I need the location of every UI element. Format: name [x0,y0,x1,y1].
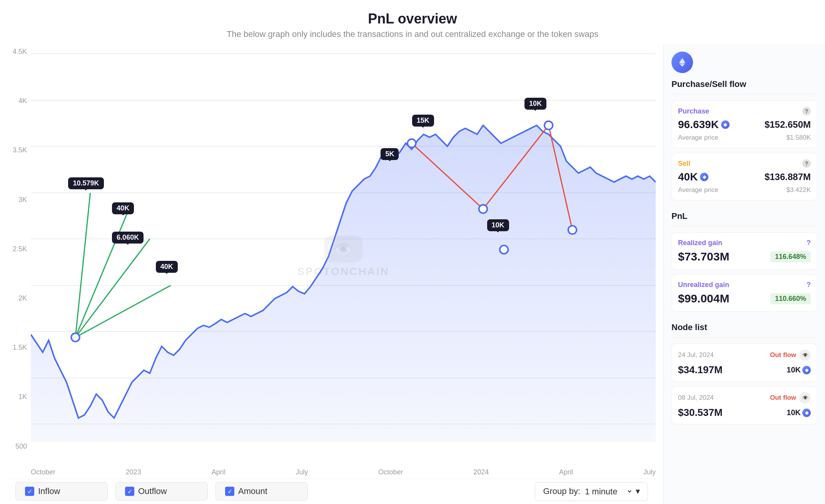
sell-avg-value: $3.422K [787,186,811,194]
sidebar: Purchase/Sell flow Purchase ? 96.639K ◆ … [663,44,825,504]
node-item-2-flow: Out flow [770,394,796,402]
watermark: 👁️ SPOTONCHAIN [297,235,389,278]
realized-gain-values: $73.703M 116.648% [678,250,811,263]
node-item-1-header: 24 Jul, 2024 Out flow 👁️ [678,349,811,361]
legend-outflow[interactable]: ✓ Outflow [115,482,208,501]
main-content: 4.5K 4K 3.5K 3K 2.5K 2K 1.5K 1K 500 [0,44,825,504]
node-list-section: Node list 24 Jul, 2024 Out flow 👁️ $34.1… [671,322,817,496]
svg-point-18 [479,205,488,213]
svg-point-17 [407,139,416,148]
svg-point-16 [71,333,80,342]
node-item-1-amount: $34.197M [678,364,723,376]
group-by-label: Group by: [543,486,580,496]
chart-wrapper: 4.5K 4K 3.5K 3K 2.5K 2K 1.5K 1K 500 [8,48,656,466]
eth-icon [671,52,693,73]
y-axis-label: 3.5K [13,146,27,154]
unrealized-gain-values: $99.004M 110.660% [678,292,811,305]
purchase-sell-title: Purchase/Sell flow [671,79,817,94]
realized-gain-help-icon[interactable]: ? [807,239,811,247]
x-axis-label: October [378,468,403,476]
node-list-title: Node list [671,322,817,337]
node-item-2-amount: $30.537M [678,407,723,419]
node-item-2-values: $30.537M 10K ◆ [678,407,811,419]
node-item-1-date: 24 Jul, 2024 [678,351,714,359]
x-axis-label: April [212,468,225,476]
chevron-down-icon: ▾ [636,486,640,496]
svg-line-10 [75,209,129,337]
node-item-1-hide-btn[interactable]: 👁️ [799,349,811,361]
inflow-label: Inflow [38,486,60,496]
svg-line-11 [75,239,150,337]
y-axis-label: 3K [18,196,27,204]
unrealized-gain-label-row: Unrealized gain ? [678,281,811,289]
svg-point-21 [500,245,508,254]
node-item-1-eth: 10K ◆ [787,365,811,374]
y-axis-label: 1K [18,393,27,401]
sell-usd-amount: $136.887M [765,172,811,182]
group-by-select[interactable]: 1 minute 5 minutes 15 minutes 1 hour 1 d… [583,486,633,497]
x-axis-label: 2023 [126,468,141,476]
x-axis-label: October [31,468,55,476]
node-item-2-eth-badge: ◆ [802,409,811,417]
purchase-avg-value: $1.580K [787,134,811,142]
svg-point-19 [544,121,553,130]
realized-gain-label: Realized gain [678,239,722,247]
page-title: PnL overview [0,11,825,27]
unrealized-gain-help-icon[interactable]: ? [807,281,811,289]
unrealized-gain-card: Unrealized gain ? $99.004M 110.660% [671,274,817,312]
purchase-usd-amount: $152.650M [765,119,811,130]
unrealized-gain-badge: 110.660% [770,293,811,304]
page-header: PnL overview The below graph only includ… [0,0,825,44]
x-axis-label: July [643,468,656,476]
y-axis-label: 4.5K [13,48,27,56]
sell-label: Sell [678,160,690,168]
purchase-values: 96.639K ◆ $152.650M [678,118,811,131]
legend-inflow[interactable]: ✓ Inflow [15,482,108,501]
purchase-eth-badge: ◆ [721,120,730,129]
node-item-2: 08 Jul, 2024 Out flow 👁️ $30.537M 10K ◆ [671,386,817,424]
realized-gain-card: Realized gain ? $73.703M 116.648% [671,232,817,270]
y-axis-label: 4K [18,97,27,105]
node-item-2-header: 08 Jul, 2024 Out flow 👁️ [678,392,811,404]
sell-eth-amount: 40K ◆ [678,171,708,183]
y-axis-label: 2.5K [13,245,27,253]
unrealized-gain-label: Unrealized gain [678,281,729,289]
legend-amount[interactable]: ✓ Amount [215,482,308,501]
bottom-controls: ✓ Inflow ✓ Outflow ✓ Amount Group by: 1 … [8,479,656,504]
y-axis-label: 500 [15,442,27,451]
chart-inner: 👁️ SPOTONCHAIN 10.579K 40K 6.060K 40K 5K… [31,48,656,466]
svg-point-20 [568,226,577,234]
x-axis: October 2023 April July October 2024 Apr… [8,466,656,479]
pnl-title: PnL [671,211,817,226]
node-item-1-flow: Out flow [770,351,796,359]
realized-gain-label-row: Realized gain ? [678,239,811,247]
node-item-2-hide-btn[interactable]: 👁️ [799,392,811,404]
purchase-help-icon[interactable]: ? [802,107,811,115]
inflow-checkbox[interactable]: ✓ [25,487,34,496]
amount-checkbox[interactable]: ✓ [225,487,234,496]
watermark-logo: 👁️ [324,235,362,262]
purchase-avg-price: Average price $1.580K [678,134,811,142]
sell-help-icon[interactable]: ? [802,159,811,168]
node-item-2-date: 08 Jul, 2024 [678,394,714,402]
node-item-2-eth: 10K ◆ [787,408,811,417]
node-item-1-values: $34.197M 10K ◆ [678,364,811,376]
y-axis: 4.5K 4K 3.5K 3K 2.5K 2K 1.5K 1K 500 [8,48,31,466]
x-axis-label: July [296,468,308,476]
realized-gain-amount: $73.703M [678,250,729,263]
group-by-selector[interactable]: Group by: 1 minute 5 minutes 15 minutes … [535,482,648,501]
purchase-sell-section: Purchase/Sell flow Purchase ? 96.639K ◆ … [671,79,817,205]
purchase-label-row: Purchase ? [678,107,811,115]
sell-avg-price: Average price $3.422K [678,186,811,194]
page-subtitle: The below graph only includes the transa… [0,29,825,39]
node-item-1-eth-badge: ◆ [802,366,811,374]
sell-values: 40K ◆ $136.887M [678,171,811,183]
outflow-label: Outflow [138,486,167,496]
svg-line-12 [75,285,170,337]
x-axis-label: April [559,468,573,476]
purchase-card: Purchase ? 96.639K ◆ $152.650M Average p… [671,100,817,148]
outflow-checkbox[interactable]: ✓ [125,487,134,496]
svg-line-9 [75,193,90,337]
y-axis-label: 1.5K [13,344,27,352]
pnl-section: PnL Realized gain ? $73.703M 116.648% Un… [671,211,817,316]
